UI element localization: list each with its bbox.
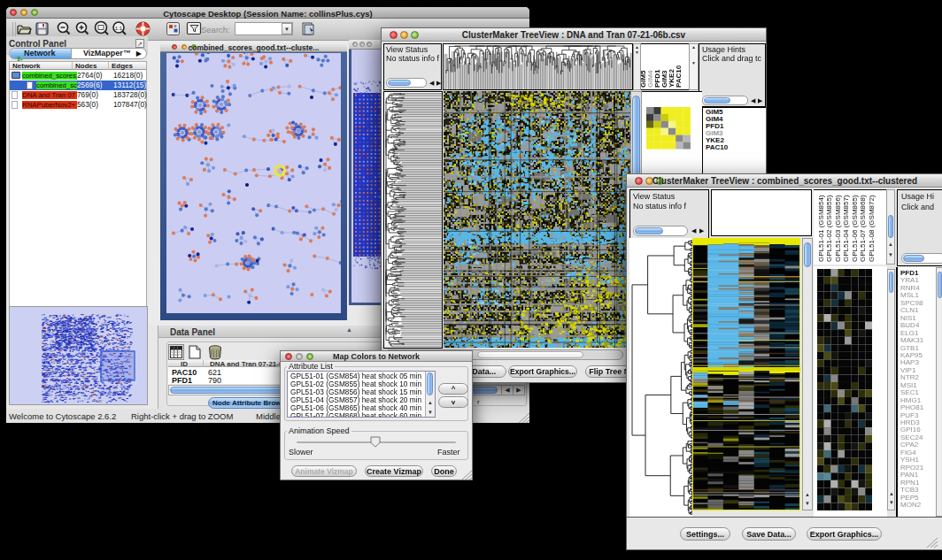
svg-text:1:1: 1:1 — [115, 26, 123, 31]
